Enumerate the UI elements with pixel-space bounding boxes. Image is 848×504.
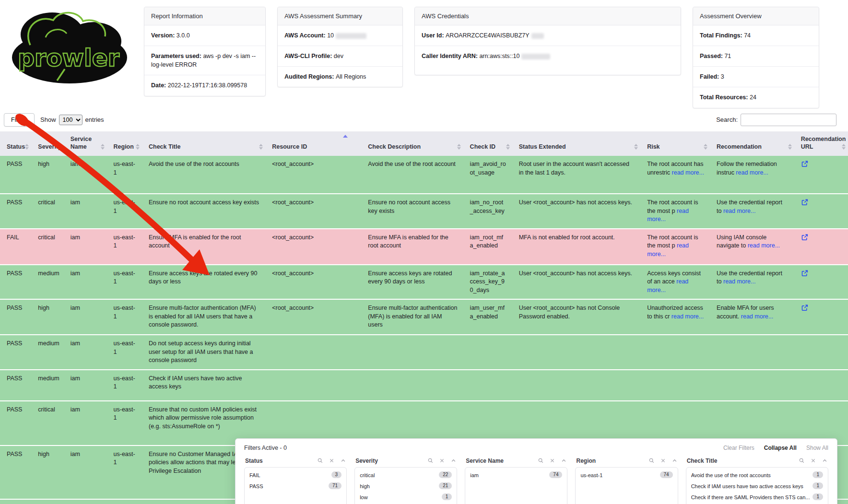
sort-icons	[136, 144, 140, 150]
finding-row: PASSmediumiamus-east-1Ensure access keys…	[0, 265, 848, 300]
clear-icon[interactable]	[661, 458, 665, 463]
search-icon[interactable]	[649, 458, 654, 463]
sort-icons	[101, 144, 105, 150]
column-header-status[interactable]: Status	[0, 131, 31, 156]
search-input[interactable]	[741, 114, 836, 126]
external-link-icon[interactable]	[801, 160, 808, 170]
column-header-check_title[interactable]: Check Title	[142, 131, 265, 156]
column-header-service[interactable]: Service Name	[64, 131, 107, 156]
column-header-label: Region	[114, 143, 134, 150]
read-more-link[interactable]: read more...	[748, 242, 780, 249]
external-link-icon[interactable]	[801, 304, 808, 314]
filter-item[interactable]: critical22	[355, 470, 457, 481]
clear-icon[interactable]	[811, 458, 815, 463]
clear-icon[interactable]	[550, 458, 554, 463]
filter-group-status: StatusFAIL3PASS71	[244, 457, 347, 504]
read-more-link[interactable]: read more...	[672, 169, 704, 176]
cell-resource-id: <root_account>	[265, 265, 361, 300]
filters-panel-actions: Clear FiltersCollapse AllShow All	[723, 445, 828, 451]
search-icon[interactable]	[318, 458, 323, 463]
sort-asc-icon	[343, 135, 348, 138]
cell-check-title: Ensure access keys are rotated every 90 …	[142, 265, 265, 300]
read-more-link[interactable]: read more...	[741, 313, 773, 320]
sort-down-icon	[842, 147, 846, 150]
read-more-link[interactable]: read more...	[723, 208, 755, 214]
chevron-up-icon[interactable]	[341, 458, 346, 463]
read-more-link[interactable]: read more...	[671, 313, 704, 320]
cell-recommendation-url	[794, 370, 848, 401]
column-header-risk[interactable]: Risk	[640, 131, 710, 156]
filter-item-count-badge: 71	[329, 482, 342, 489]
column-header-check_id[interactable]: Check ID	[463, 131, 512, 156]
filter-item[interactable]: Check if IAM users have two active acces…	[686, 481, 828, 492]
risk-text: Access keys consist of an acce	[647, 270, 701, 285]
cell-status: PASS	[0, 265, 31, 300]
filter-item[interactable]: Avoid the use of the root accounts1	[686, 470, 828, 481]
cell-recommendation: Use the credential report to read more..…	[710, 265, 794, 300]
cell-recommendation	[710, 370, 794, 401]
column-header-recommendation[interactable]: Recomendation	[710, 131, 794, 156]
search-icon[interactable]	[428, 458, 433, 463]
filter-group-list: critical22high21low1medium30	[354, 467, 457, 504]
filters-action-clear-filters[interactable]: Clear Filters	[723, 445, 754, 451]
filter-item[interactable]: us-east-174	[576, 470, 677, 481]
cell-status: PASS	[0, 300, 31, 335]
filter-item[interactable]: iam74	[465, 470, 567, 481]
filter-item-count-badge: 74	[660, 471, 673, 478]
external-link-icon[interactable]	[801, 199, 808, 209]
read-more-link[interactable]: read more...	[736, 169, 768, 176]
filter-item-count-badge: 1	[442, 493, 452, 500]
column-header-check_description[interactable]: Check Description	[361, 131, 463, 156]
filter-group-header: Severity	[354, 457, 457, 467]
column-header-severity[interactable]: Severity	[31, 131, 63, 156]
filter-item[interactable]: PASS71	[245, 481, 346, 492]
filter-item-count-badge: 21	[439, 482, 452, 489]
column-header-label: Service Name	[71, 136, 92, 150]
column-header-label: Resource ID	[272, 143, 307, 150]
card-row-value: dev	[334, 53, 343, 59]
filter-item[interactable]: FAIL3	[245, 470, 346, 481]
cell-region: us-east-1	[107, 194, 142, 229]
column-header-status_extended[interactable]: Status Extended	[512, 131, 640, 156]
cell-check-title: Check if IAM users have two active acces…	[142, 370, 265, 401]
cell-severity: high	[31, 446, 63, 500]
filter-group-icons	[649, 458, 677, 463]
read-more-link[interactable]: read more...	[723, 278, 755, 285]
cell-check-description: Avoid the use of the root account	[361, 156, 463, 194]
column-header-region[interactable]: Region	[107, 131, 142, 156]
filter-item[interactable]: Check if there are SAML Providers then S…	[686, 492, 828, 503]
filters-button[interactable]: Filters	[4, 113, 35, 127]
external-link-icon[interactable]	[801, 270, 808, 280]
cell-check-description	[361, 335, 463, 370]
filter-item-label: low	[360, 493, 439, 502]
filter-group-severity: Severitycritical22high21low1medium30	[354, 457, 457, 504]
table-controls: Filters Show 100 entries Search:	[4, 112, 836, 128]
cell-check-id: iam_rotate_access_key_90_days	[463, 265, 512, 300]
card-row-label: Date:	[151, 82, 168, 89]
chevron-up-icon[interactable]	[822, 458, 827, 463]
clear-icon[interactable]	[330, 458, 334, 463]
chevron-up-icon[interactable]	[561, 458, 566, 463]
chevron-up-icon[interactable]	[672, 458, 677, 463]
sort-icons	[259, 144, 263, 150]
risk-text: The root account is the most p	[647, 234, 698, 249]
column-header-label: Check Title	[149, 143, 180, 150]
search-icon[interactable]	[538, 458, 543, 463]
filter-item[interactable]: low1	[355, 492, 457, 503]
card-row: Parameters used: aws -p dev -s iam --log…	[144, 46, 265, 75]
filters-action-show-all[interactable]: Show All	[806, 445, 828, 451]
filter-group-label: Check Title	[687, 457, 718, 464]
column-header-resource_id[interactable]: Resource ID	[265, 131, 361, 156]
filters-action-collapse-all[interactable]: Collapse All	[764, 445, 797, 451]
column-header-recommendation_url[interactable]: Recomendation URL	[794, 131, 848, 156]
filter-item[interactable]: high21	[355, 481, 457, 492]
search-icon[interactable]	[799, 458, 804, 463]
chevron-up-icon[interactable]	[451, 458, 456, 463]
external-link-icon[interactable]	[801, 234, 808, 244]
sort-down-icon	[788, 147, 792, 150]
card-row-value: 3.0.0	[177, 32, 190, 39]
entries-select[interactable]: 100	[59, 115, 82, 125]
sort-down-icon	[634, 147, 638, 150]
cell-check-description: Ensure multi-factor authentication (MFA)…	[361, 300, 463, 335]
clear-icon[interactable]	[440, 458, 444, 463]
